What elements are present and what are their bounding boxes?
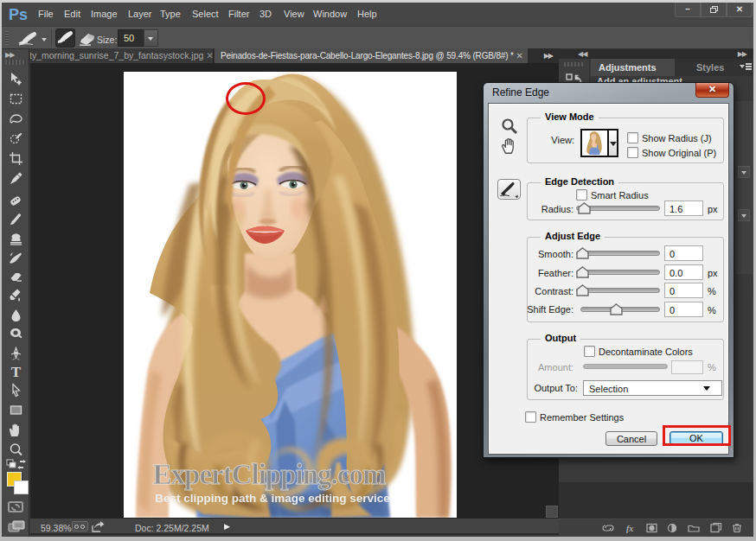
svg-text:ExpertClipping.com: ExpertClipping.com [153,459,386,490]
svg-text:Best clipping path & image edi: Best clipping path & image editing servi… [155,492,390,505]
svg-text:fx: fx [626,524,633,533]
